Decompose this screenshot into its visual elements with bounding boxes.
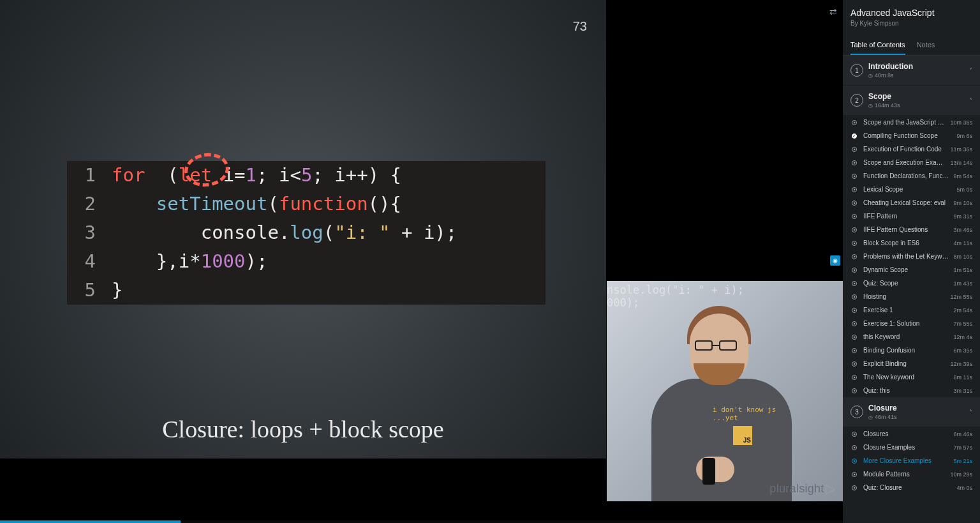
speaker-pip: nsole.log("i: " + i); 000); i don't know… — [607, 281, 843, 501]
slide-content: 73 1for (let i=1; i<5; i++) {2 setTimeou… — [0, 0, 606, 459]
clip-duration: 12m 55s — [950, 294, 972, 300]
clip-item[interactable]: Dynamic Scope1m 51s — [843, 263, 980, 277]
sidebar-tabs: Table of ContentsNotes — [843, 36, 980, 56]
play-icon — [852, 187, 857, 192]
clip-title: Scope and Execution Example — [863, 159, 946, 166]
section-header[interactable]: 3Closure◷ 46m 41s˄ — [843, 397, 980, 427]
clip-item[interactable]: Binding Confusion6m 35s — [843, 344, 980, 357]
course-author: By Kyle Simpson — [850, 20, 972, 27]
clip-title: Cheating Lexical Scope: eval — [863, 199, 949, 206]
section-number-icon: 1 — [850, 64, 863, 77]
slide-title: Closure: loops + block scope — [0, 415, 606, 443]
clip-duration: 3m 31s — [953, 388, 972, 394]
chevron-down-icon: ˅ — [969, 67, 972, 74]
clip-item[interactable]: IIFE Pattern Questions3m 46s — [843, 223, 980, 236]
clip-item[interactable]: this Keyword12m 4s — [843, 330, 980, 344]
speaker-figure: i don't know js ...yet JS — [632, 297, 811, 501]
play-icon — [852, 268, 857, 273]
clip-item[interactable]: Execution of Function Code11m 36s — [843, 142, 980, 156]
section-title: Scope — [868, 92, 969, 101]
clip-title: Exercise 1: Solution — [863, 320, 949, 327]
play-icon — [852, 227, 857, 232]
clip-item[interactable]: Explicit Binding12m 39s — [843, 357, 980, 370]
clip-title: Closure Examples — [863, 444, 949, 451]
clip-duration: 7m 57s — [953, 444, 972, 451]
section-title: Introduction — [868, 62, 969, 71]
video-player-area[interactable]: 73 1for (let i=1; i<5; i++) {2 setTimeou… — [0, 0, 843, 523]
clip-duration: 12m 39s — [950, 361, 972, 367]
code-line: 5} — [67, 276, 546, 305]
clip-item[interactable]: Quiz: Closure4m 0s — [843, 481, 980, 494]
tab-notes[interactable]: Notes — [917, 36, 935, 55]
play-icon — [852, 335, 857, 340]
sidebar-header: Advanced JavaScript By Kyle Simpson — [843, 0, 980, 31]
course-sidebar: Advanced JavaScript By Kyle Simpson Tabl… — [843, 0, 980, 523]
code-line: 2 setTimeout(function(){ — [67, 190, 546, 218]
play-icon — [852, 432, 857, 437]
clip-item[interactable]: IIFE Pattern9m 31s — [843, 209, 980, 223]
section-header[interactable]: 2Scope◷ 164m 43s˄ — [843, 86, 980, 116]
clip-duration: 8m 10s — [953, 254, 972, 260]
code-line: 3 console.log("i: " + i); — [67, 218, 546, 247]
section-number-icon: 2 — [850, 94, 863, 107]
clip-item[interactable]: Compiling Function Scope9m 6s — [843, 129, 980, 142]
pluralsight-watermark: pluralsight▷ — [769, 481, 835, 496]
course-title: Advanced JavaScript — [850, 8, 972, 18]
section-duration: ◷ 164m 43s — [868, 102, 969, 109]
collapse-sidebar-icon[interactable]: ⇄ — [829, 6, 837, 17]
play-icon — [852, 214, 857, 219]
section-header[interactable]: 1Introduction◷ 40m 8s˅ — [843, 56, 980, 86]
clip-title: The New keyword — [863, 374, 949, 381]
clip-duration: 9m 31s — [953, 213, 972, 220]
play-icon — [852, 160, 857, 165]
section-title: Closure — [868, 404, 969, 413]
chevron-up-icon: ˄ — [969, 97, 972, 104]
clip-duration: 2m 54s — [953, 307, 972, 314]
clip-duration: 13m 14s — [950, 160, 972, 166]
clip-title: More Closure Examples — [863, 457, 949, 464]
clip-duration: 7m 55s — [953, 321, 972, 327]
tab-table-of-contents[interactable]: Table of Contents — [850, 36, 905, 55]
clip-item[interactable]: Scope and Execution Example13m 14s — [843, 156, 980, 169]
play-icon — [852, 120, 857, 125]
clip-item[interactable]: The New keyword8m 11s — [843, 370, 980, 384]
clip-duration: 1m 51s — [953, 267, 972, 273]
section-duration: ◷ 46m 41s — [868, 414, 969, 420]
clip-item[interactable]: Function Declarations, Functio...9m 54s — [843, 169, 980, 183]
clip-duration: 5m 21s — [953, 458, 972, 464]
check-icon — [852, 133, 857, 139]
clip-title: Function Declarations, Functio... — [863, 172, 949, 179]
play-icon — [852, 361, 857, 367]
clip-item[interactable]: Module Patterns10m 29s — [843, 467, 980, 481]
clip-duration: 4m 0s — [956, 485, 972, 491]
clip-item[interactable]: More Closure Examples5m 21s — [843, 454, 980, 467]
cc-indicator[interactable]: ◉ — [830, 255, 840, 266]
clip-duration: 6m 35s — [953, 347, 972, 354]
clip-duration: 6m 46s — [953, 431, 972, 437]
clip-item[interactable]: Quiz: Scope1m 43s — [843, 277, 980, 290]
clip-item[interactable]: Hoisting12m 55s — [843, 290, 980, 303]
play-icon — [852, 472, 857, 477]
clip-title: Compiling Function Scope — [863, 132, 953, 139]
clip-title: Scope and the JavaScript Com... — [863, 119, 946, 126]
clip-item[interactable]: Quiz: this3m 31s — [843, 384, 980, 397]
clip-item[interactable]: Lexical Scope5m 0s — [843, 183, 980, 196]
clip-item[interactable]: Problems with the Let Keyword8m 10s — [843, 250, 980, 263]
clip-item[interactable]: Exercise 12m 54s — [843, 303, 980, 317]
clip-duration: 9m 10s — [953, 200, 972, 206]
play-icon — [852, 147, 857, 152]
slide-number: 73 — [573, 19, 587, 34]
video-progress-track[interactable] — [0, 520, 843, 523]
clip-item[interactable]: Closure Examples7m 57s — [843, 441, 980, 454]
play-icon — [852, 308, 857, 313]
clip-title: Exercise 1 — [863, 307, 949, 314]
clip-item[interactable]: Exercise 1: Solution7m 55s — [843, 317, 980, 330]
play-icon — [852, 485, 857, 490]
clip-item[interactable]: Closures6m 46s — [843, 427, 980, 441]
clip-title: Binding Confusion — [863, 347, 949, 354]
play-icon — [852, 348, 857, 353]
clip-item[interactable]: Scope and the JavaScript Com...10m 36s — [843, 116, 980, 129]
clip-item[interactable]: Cheating Lexical Scope: eval9m 10s — [843, 196, 980, 209]
clip-item[interactable]: Block Scope in ES64m 11s — [843, 236, 980, 250]
clip-title: Explicit Binding — [863, 360, 946, 367]
